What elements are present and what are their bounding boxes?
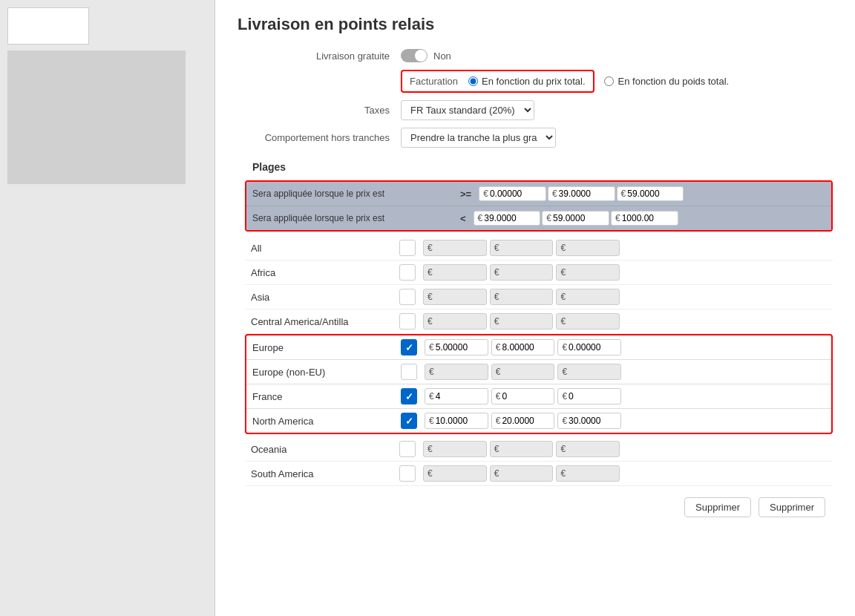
zone-price-input[interactable]: € xyxy=(425,364,488,380)
zone-price-value[interactable] xyxy=(569,391,617,402)
zone-price-value[interactable] xyxy=(567,444,615,454)
zone-price-input[interactable]: € xyxy=(425,339,488,355)
zone-checkbox[interactable] xyxy=(401,413,417,429)
zone-price-input[interactable]: € xyxy=(556,465,620,482)
currency-symbol: € xyxy=(560,243,566,253)
plages-header-row1-val3[interactable] xyxy=(627,189,679,199)
currency-symbol: € xyxy=(428,243,433,253)
livraison-gratuite-toggle[interactable] xyxy=(401,49,428,62)
zone-price-input[interactable]: € xyxy=(490,240,554,256)
plages-header-row1-input3[interactable]: € xyxy=(617,186,684,201)
zone-price-value[interactable] xyxy=(436,342,484,353)
zone-price-input[interactable]: € xyxy=(425,413,488,429)
plages-header-row1-val1[interactable] xyxy=(490,189,542,199)
zone-price-value[interactable] xyxy=(434,444,482,454)
zone-price-value[interactable] xyxy=(436,416,484,426)
zone-price-input[interactable]: € xyxy=(491,339,555,355)
facturation-option2-row[interactable]: En fonction du poids total. xyxy=(604,76,730,87)
zone-price-value[interactable] xyxy=(502,342,550,353)
facturation-radio2[interactable] xyxy=(604,76,614,86)
zone-checkbox[interactable] xyxy=(399,313,416,330)
zone-checkbox[interactable] xyxy=(399,465,416,482)
zone-price-value[interactable] xyxy=(502,416,550,426)
zone-checkbox[interactable] xyxy=(399,441,416,457)
zone-price-group: €€€ xyxy=(423,465,620,482)
zone-price-value[interactable] xyxy=(436,367,484,377)
zone-price-value[interactable] xyxy=(500,444,548,454)
zone-price-value[interactable] xyxy=(569,367,617,377)
supprimer-button-2[interactable]: Supprimer xyxy=(759,497,825,517)
zone-price-input[interactable]: € xyxy=(423,441,487,457)
comportement-label: Comportement hors tranches xyxy=(238,132,401,143)
zone-price-input[interactable]: € xyxy=(556,240,620,256)
zone-price-value[interactable] xyxy=(500,316,548,327)
zone-price-input[interactable]: € xyxy=(557,413,621,429)
zone-price-input[interactable]: € xyxy=(556,289,620,305)
zone-price-value[interactable] xyxy=(500,292,548,302)
zone-price-input[interactable]: € xyxy=(490,465,554,482)
currency-symbol: € xyxy=(496,342,501,353)
plages-header-row2-val1[interactable] xyxy=(484,213,536,223)
zone-price-input[interactable]: € xyxy=(557,364,621,380)
zone-price-value[interactable] xyxy=(434,243,482,253)
zone-price-input[interactable]: € xyxy=(425,388,488,404)
zone-price-value[interactable] xyxy=(434,316,482,327)
zone-checkbox[interactable] xyxy=(401,339,417,355)
zone-price-value[interactable] xyxy=(436,391,484,402)
zone-row: Africa€€€ xyxy=(245,261,833,285)
facturation-option1[interactable]: En fonction du prix total. xyxy=(468,76,585,87)
zone-price-input[interactable]: € xyxy=(490,441,554,457)
plages-header-row1-input1[interactable]: € xyxy=(479,186,546,201)
zone-checkbox[interactable] xyxy=(399,289,416,305)
zone-price-input[interactable]: € xyxy=(423,240,487,256)
zone-price-value[interactable] xyxy=(567,316,615,327)
plages-header-row2-val2[interactable] xyxy=(553,213,605,223)
zone-price-value[interactable] xyxy=(567,267,615,278)
zone-price-value[interactable] xyxy=(567,243,615,253)
zone-price-value[interactable] xyxy=(434,292,482,302)
zone-price-value[interactable] xyxy=(502,367,550,377)
zone-price-value[interactable] xyxy=(500,243,548,253)
facturation-radio1[interactable] xyxy=(468,76,478,86)
zone-price-value[interactable] xyxy=(502,391,550,402)
zone-price-input[interactable]: € xyxy=(556,264,620,281)
supprimer-button-1[interactable]: Supprimer xyxy=(684,497,751,517)
zone-price-input[interactable]: € xyxy=(556,313,620,330)
zone-price-value[interactable] xyxy=(567,468,615,479)
zone-price-value[interactable] xyxy=(500,468,548,479)
zone-price-input[interactable]: € xyxy=(490,264,554,281)
zone-price-input[interactable]: € xyxy=(557,388,621,404)
taxes-select[interactable]: FR Taux standard (20%) xyxy=(401,100,534,120)
zone-price-value[interactable] xyxy=(569,416,617,426)
facturation-row: Facturation En fonction du prix total. E… xyxy=(238,70,833,93)
zone-price-input[interactable]: € xyxy=(556,441,620,457)
zone-price-input[interactable]: € xyxy=(490,289,554,305)
zone-price-input[interactable]: € xyxy=(491,413,555,429)
zone-price-input[interactable]: € xyxy=(423,289,487,305)
zone-price-value[interactable] xyxy=(434,468,482,479)
zone-price-input[interactable]: € xyxy=(490,313,554,330)
zone-price-value[interactable] xyxy=(567,292,615,302)
zone-price-input[interactable]: € xyxy=(423,465,487,482)
zone-price-input[interactable]: € xyxy=(423,264,487,281)
zone-price-value[interactable] xyxy=(500,267,548,278)
plages-header-row2-input2[interactable]: € xyxy=(542,211,609,226)
plages-header-row2-val3[interactable] xyxy=(622,213,674,223)
zone-price-input[interactable]: € xyxy=(557,339,621,355)
zone-price-value[interactable] xyxy=(569,342,617,353)
zone-name: All xyxy=(251,243,399,254)
zone-name: Central America/Antilla xyxy=(251,316,399,327)
zone-checkbox[interactable] xyxy=(399,264,416,281)
plages-header-row1-input2[interactable]: € xyxy=(548,186,615,201)
zone-checkbox[interactable] xyxy=(401,388,417,404)
zone-checkbox[interactable] xyxy=(399,240,416,256)
plages-header-row1-val2[interactable] xyxy=(559,189,611,199)
comportement-select[interactable]: Prendre la tranche la plus gra xyxy=(401,128,556,148)
zone-price-input[interactable]: € xyxy=(491,388,555,404)
plages-header-row2-input3[interactable]: € xyxy=(611,211,678,226)
zone-price-input[interactable]: € xyxy=(423,313,487,330)
zone-checkbox[interactable] xyxy=(401,364,417,380)
plages-header-row2-input1[interactable]: € xyxy=(474,211,541,226)
zone-price-value[interactable] xyxy=(434,267,482,278)
zone-price-input[interactable]: € xyxy=(491,364,555,380)
